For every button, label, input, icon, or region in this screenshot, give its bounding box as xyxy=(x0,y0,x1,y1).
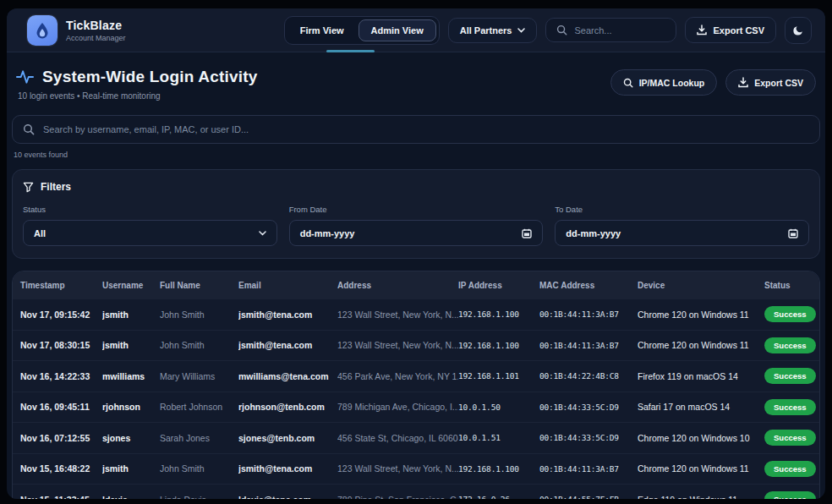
active-tab-indicator xyxy=(326,50,375,52)
cell-timestamp: Nov 15, 16:48:22 xyxy=(20,463,102,474)
cell-mac-address: 00:1B:44:33:5C:D9 xyxy=(539,433,638,442)
search-icon xyxy=(23,123,35,135)
table-row[interactable]: Nov 16, 09:45:11 rjohnson Robert Johnson… xyxy=(13,392,819,424)
column-header-status: Status xyxy=(764,281,819,290)
from-date-label: From Date xyxy=(289,205,544,214)
cell-address: 789 Pine St, San Francisco, C... xyxy=(337,495,458,499)
from-date-input[interactable]: dd-mm-yyyy xyxy=(289,220,544,246)
cell-status: Success xyxy=(764,430,819,446)
status-select-value: All xyxy=(34,228,46,238)
cell-email: rjohnson@tenb.com xyxy=(238,402,337,412)
page-subtitle: 10 login events • Real-time monitoring xyxy=(18,91,258,101)
cell-username: rjohnson xyxy=(102,402,160,412)
from-date-value: dd-mm-yyyy xyxy=(300,228,355,238)
cell-email: jsmith@tena.com xyxy=(238,310,337,320)
cell-status: Success xyxy=(764,368,819,384)
table-row[interactable]: Nov 17, 08:30:15 jsmith John Smith jsmit… xyxy=(13,331,819,362)
to-date-filter: To Date dd-mm-yyyy xyxy=(555,205,809,246)
activity-pulse-icon xyxy=(16,69,34,85)
status-filter: Status All xyxy=(23,205,277,246)
table-row[interactable]: Nov 17, 09:15:42 jsmith John Smith jsmit… xyxy=(13,299,819,331)
cell-status: Success xyxy=(764,491,819,499)
navbar-actions: Firm View Admin View All Partners E xyxy=(284,16,812,45)
status-badge: Success xyxy=(764,461,816,477)
page-title-row: System-Wide Login Activity xyxy=(16,68,258,86)
cell-device: Edge 119 on Windows 11 xyxy=(638,495,764,499)
table-row[interactable]: Nov 16, 07:12:55 sjones Sarah Jones sjon… xyxy=(13,423,819,454)
cell-username: sjones xyxy=(102,433,160,443)
cell-mac-address: 00:1B:44:22:4B:C8 xyxy=(539,371,638,381)
from-date-filter: From Date dd-mm-yyyy xyxy=(289,205,544,246)
table-body: Nov 17, 09:15:42 jsmith John Smith jsmit… xyxy=(13,299,819,499)
cell-address: 123 Wall Street, New York, N... xyxy=(337,310,458,320)
navbar-export-csv-label: Export CSV xyxy=(713,25,764,36)
cell-ip-address: 172.16.0.26 xyxy=(458,495,539,499)
firm-view-button[interactable]: Firm View xyxy=(287,19,357,41)
cell-ip-address: 192.168.1.100 xyxy=(458,341,539,350)
view-toggle: Firm View Admin View xyxy=(284,16,440,45)
cell-username: jsmith xyxy=(102,310,160,320)
top-navbar: TickBlaze Account Manager Firm View Admi… xyxy=(7,8,825,52)
cell-timestamp: Nov 16, 09:45:11 xyxy=(20,402,102,412)
table-row[interactable]: Nov 15, 16:48:22 jsmith John Smith jsmit… xyxy=(13,454,819,485)
partners-dropdown[interactable]: All Partners xyxy=(448,18,538,43)
brand: TickBlaze Account Manager xyxy=(27,15,126,46)
table-row[interactable]: Nov 16, 14:22:33 mwilliams Mary Williams… xyxy=(13,361,819,392)
cell-address: 123 Wall Street, New York, N... xyxy=(337,463,458,474)
status-label: Status xyxy=(23,205,277,214)
column-header-address: Address xyxy=(337,281,458,290)
theme-toggle-button[interactable] xyxy=(785,17,812,44)
calendar-icon xyxy=(522,228,532,238)
app-logo xyxy=(27,15,57,46)
cell-username: ldavis xyxy=(102,495,160,499)
navbar-export-csv-button[interactable]: Export CSV xyxy=(685,17,776,43)
chevron-down-icon xyxy=(259,231,266,236)
page-export-csv-button[interactable]: Export CSV xyxy=(725,69,816,96)
cell-device: Safari 17 on macOS 14 xyxy=(638,402,764,412)
login-activity-table: Timestamp Username Full Name Email Addre… xyxy=(12,271,820,499)
partners-dropdown-label: All Partners xyxy=(460,25,512,36)
status-badge: Success xyxy=(764,399,816,415)
cell-timestamp: Nov 16, 14:22:33 xyxy=(20,371,102,381)
cell-timestamp: Nov 16, 07:12:55 xyxy=(20,433,102,443)
table-row[interactable]: Nov 15, 11:33:45 ldavis Linda Davis ldav… xyxy=(13,485,819,499)
cell-timestamp: Nov 15, 11:33:45 xyxy=(20,495,102,499)
calendar-icon xyxy=(788,228,798,238)
cell-username: jsmith xyxy=(102,463,160,474)
status-select[interactable]: All xyxy=(23,220,277,246)
cell-timestamp: Nov 17, 08:30:15 xyxy=(20,340,102,350)
cell-status: Success xyxy=(764,461,819,477)
cell-address: 789 Michigan Ave, Chicago, I... xyxy=(337,402,458,412)
cell-fullname: John Smith xyxy=(160,340,238,350)
page-header: System-Wide Login Activity 10 login even… xyxy=(11,68,821,101)
admin-view-button[interactable]: Admin View xyxy=(359,19,436,41)
ipmac-lookup-label: IP/MAC Lookup xyxy=(639,78,705,88)
cell-mac-address: 00:1B:44:11:3A:B7 xyxy=(539,464,638,474)
cell-device: Chrome 120 on Windows 11 xyxy=(638,310,764,320)
cell-mac-address: 00:1B:44:11:3A:B7 xyxy=(539,310,638,319)
page-export-csv-label: Export CSV xyxy=(754,78,803,88)
ipmac-lookup-button[interactable]: IP/MAC Lookup xyxy=(610,69,718,96)
moon-icon xyxy=(792,25,804,36)
column-header-device: Device xyxy=(638,281,764,290)
cell-mac-address: 00:1B:44:55:7E:FB xyxy=(539,495,638,499)
search-icon xyxy=(556,25,567,36)
status-badge: Success xyxy=(764,337,816,353)
download-icon xyxy=(697,25,707,36)
main-search-input[interactable] xyxy=(43,124,809,134)
table-header-row: Timestamp Username Full Name Email Addre… xyxy=(13,271,819,299)
column-header-email: Email xyxy=(238,281,337,290)
filter-controls: Status All From Date dd-mm-yyyy xyxy=(23,205,809,246)
navbar-search xyxy=(545,18,676,42)
to-date-input[interactable]: dd-mm-yyyy xyxy=(555,220,809,246)
filters-header: Filters xyxy=(23,181,809,193)
cell-address: 456 Park Ave, New York, NY 1... xyxy=(337,371,458,381)
column-header-username: Username xyxy=(102,281,160,290)
filters-title: Filters xyxy=(41,181,71,193)
brand-text: TickBlaze Account Manager xyxy=(66,19,126,42)
column-header-timestamp: Timestamp xyxy=(20,281,102,290)
filters-panel: Filters Status All From Date dd-mm-yyyy xyxy=(12,169,820,259)
search-icon xyxy=(623,78,633,88)
status-badge: Success xyxy=(764,368,816,384)
navbar-search-input[interactable] xyxy=(574,25,665,36)
